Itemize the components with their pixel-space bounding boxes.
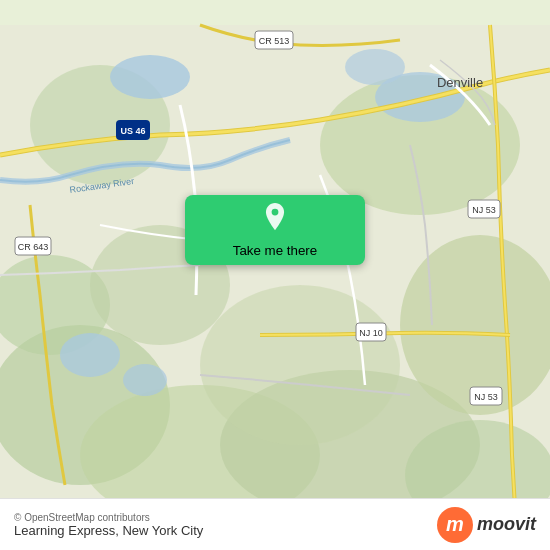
take-me-there-label: Take me there xyxy=(233,243,317,258)
location-pin-icon xyxy=(261,203,289,237)
svg-point-12 xyxy=(60,333,120,377)
take-me-there-button[interactable]: Take me there xyxy=(185,195,365,265)
svg-point-15 xyxy=(345,49,405,85)
svg-text:CR 643: CR 643 xyxy=(18,242,49,252)
svg-text:US 46: US 46 xyxy=(120,126,145,136)
svg-point-11 xyxy=(110,55,190,99)
moovit-text: moovit xyxy=(477,514,536,535)
map-container: US 46 CR 513 NJ 53 NJ 53 NJ 10 CR 643 De… xyxy=(0,0,550,550)
svg-text:NJ 53: NJ 53 xyxy=(474,392,498,402)
svg-text:CR 513: CR 513 xyxy=(259,36,290,46)
bottom-bar: © OpenStreetMap contributors Learning Ex… xyxy=(0,498,550,550)
moovit-logo: m moovit xyxy=(437,507,536,543)
moovit-m-icon: m xyxy=(437,507,473,543)
svg-text:Denville: Denville xyxy=(437,75,483,90)
svg-point-9 xyxy=(200,285,400,445)
svg-text:NJ 10: NJ 10 xyxy=(359,328,383,338)
bottom-info: © OpenStreetMap contributors Learning Ex… xyxy=(14,512,203,538)
osm-attribution: © OpenStreetMap contributors xyxy=(14,512,203,523)
svg-text:NJ 53: NJ 53 xyxy=(472,205,496,215)
svg-point-13 xyxy=(123,364,167,396)
location-label: Learning Express, New York City xyxy=(14,523,203,538)
svg-point-30 xyxy=(272,208,279,215)
